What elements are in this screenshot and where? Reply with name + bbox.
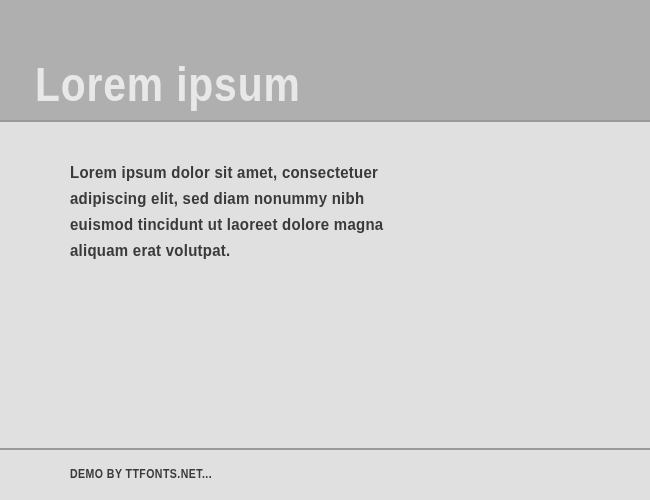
- content-section: Lorem ipsum dolor sit amet, consectetuer…: [0, 122, 650, 448]
- footer-section: DEMO BY TTFONTS.NET...: [0, 448, 650, 498]
- header-section: Lorem ipsum: [0, 0, 650, 122]
- body-paragraph: Lorem ipsum dolor sit amet, consectetuer…: [70, 160, 387, 264]
- page-title: Lorem ipsum: [35, 57, 301, 112]
- footer-credit: DEMO BY TTFONTS.NET...: [70, 467, 212, 481]
